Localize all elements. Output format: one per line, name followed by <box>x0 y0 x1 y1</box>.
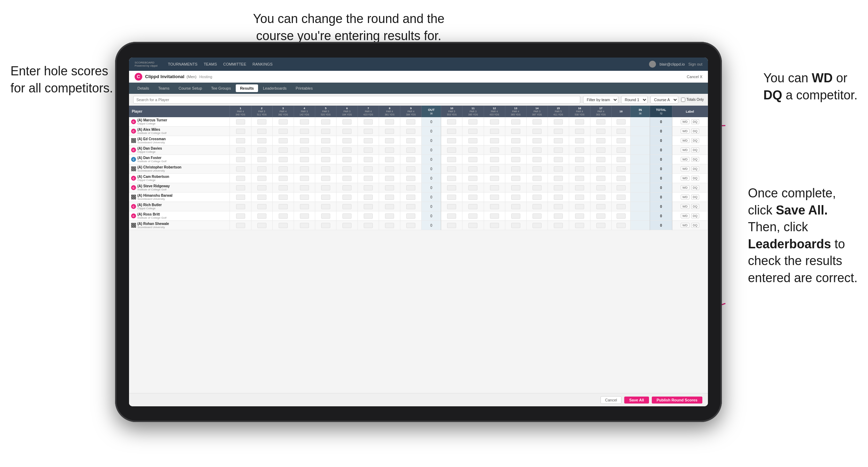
hole-input-2[interactable] <box>257 119 266 125</box>
hole-input-13[interactable] <box>511 148 520 153</box>
hole-input-1[interactable] <box>236 195 245 200</box>
hole-input-6[interactable] <box>342 148 352 153</box>
hole-input-15[interactable] <box>554 157 563 162</box>
filter-team-select[interactable]: Filter by team <box>583 96 618 104</box>
hole-input-11[interactable] <box>468 119 477 125</box>
totals-only-checkbox[interactable] <box>681 98 685 102</box>
nav-committee[interactable]: COMMITTEE <box>223 62 246 66</box>
hole-input-9[interactable] <box>406 223 415 228</box>
hole-input-13[interactable] <box>511 185 520 190</box>
hole-input-4[interactable] <box>300 195 309 200</box>
wd-button[interactable]: WD <box>681 223 689 228</box>
hole-input-9[interactable] <box>406 166 415 172</box>
hole-input-6[interactable] <box>342 138 352 143</box>
hole-input-3[interactable] <box>279 148 288 153</box>
hole-input-13[interactable] <box>511 138 520 143</box>
hole-input-11[interactable] <box>468 223 477 228</box>
hole-input-11[interactable] <box>468 176 477 181</box>
hole-input-15[interactable] <box>554 166 563 172</box>
dq-button[interactable]: DQ <box>691 204 700 209</box>
hole-input-18[interactable] <box>617 204 626 209</box>
hole-input-4[interactable] <box>300 148 309 153</box>
hole-input-14[interactable] <box>533 148 542 153</box>
hole-input-10[interactable] <box>447 204 456 209</box>
hole-input-1[interactable] <box>236 185 245 190</box>
hole-input-18[interactable] <box>617 138 626 143</box>
hole-input-1[interactable] <box>236 213 245 219</box>
wd-button[interactable]: WD <box>681 213 689 218</box>
hole-input-16[interactable] <box>575 204 584 209</box>
hole-input-12[interactable] <box>490 185 499 190</box>
hole-input-9[interactable] <box>406 185 415 190</box>
dq-button[interactable]: DQ <box>691 119 700 124</box>
hole-input-2[interactable] <box>257 185 266 190</box>
dq-button[interactable]: DQ <box>691 213 700 218</box>
dq-button[interactable]: DQ <box>691 195 700 199</box>
hole-input-16[interactable] <box>575 166 584 172</box>
hole-input-13[interactable] <box>511 195 520 200</box>
hole-input-18[interactable] <box>617 185 626 190</box>
hole-input-12[interactable] <box>490 195 499 200</box>
hole-input-13[interactable] <box>511 129 520 134</box>
sign-out-link[interactable]: Sign out <box>688 62 702 66</box>
hole-input-9[interactable] <box>406 138 415 143</box>
hole-input-6[interactable] <box>342 204 352 209</box>
nav-teams[interactable]: TEAMS <box>204 62 217 66</box>
hole-input-17[interactable] <box>596 176 605 181</box>
hole-input-18[interactable] <box>617 195 626 200</box>
hole-input-10[interactable] <box>447 157 456 162</box>
hole-input-17[interactable] <box>596 166 605 172</box>
dq-button[interactable]: DQ <box>691 166 700 171</box>
hole-input-11[interactable] <box>468 185 477 190</box>
hole-input-11[interactable] <box>468 166 477 172</box>
tab-course-setup[interactable]: Course Setup <box>174 84 206 92</box>
tab-printables[interactable]: Printables <box>292 84 317 92</box>
hole-input-6[interactable] <box>342 157 352 162</box>
hole-input-8[interactable] <box>385 185 394 190</box>
hole-input-2[interactable] <box>257 213 266 219</box>
hole-input-17[interactable] <box>596 185 605 190</box>
hole-input-14[interactable] <box>533 185 542 190</box>
hole-input-15[interactable] <box>554 185 563 190</box>
hole-input-1[interactable] <box>236 157 245 162</box>
hole-input-16[interactable] <box>575 148 584 153</box>
hole-input-16[interactable] <box>575 195 584 200</box>
hole-input-1[interactable] <box>236 166 245 172</box>
hole-input-6[interactable] <box>342 213 352 219</box>
hole-input-4[interactable] <box>300 129 309 134</box>
hole-input-3[interactable] <box>279 223 288 228</box>
hole-input-12[interactable] <box>490 213 499 219</box>
hole-input-3[interactable] <box>279 185 288 190</box>
hole-input-7[interactable] <box>364 119 373 125</box>
hole-input-5[interactable] <box>321 119 330 125</box>
hole-input-17[interactable] <box>596 148 605 153</box>
hole-input-1[interactable] <box>236 223 245 228</box>
hole-input-1[interactable] <box>236 148 245 153</box>
hole-input-13[interactable] <box>511 119 520 125</box>
hole-input-2[interactable] <box>257 195 266 200</box>
hole-input-4[interactable] <box>300 138 309 143</box>
hole-input-17[interactable] <box>596 119 605 125</box>
hole-input-7[interactable] <box>364 204 373 209</box>
hole-input-10[interactable] <box>447 213 456 219</box>
hole-input-7[interactable] <box>364 129 373 134</box>
wd-button[interactable]: WD <box>681 138 689 143</box>
hole-input-10[interactable] <box>447 119 456 125</box>
hole-input-10[interactable] <box>447 166 456 172</box>
hole-input-15[interactable] <box>554 176 563 181</box>
nav-tournaments[interactable]: TOURNAMENTS <box>168 62 197 66</box>
dq-button[interactable]: DQ <box>691 223 700 228</box>
hole-input-12[interactable] <box>490 148 499 153</box>
hole-input-4[interactable] <box>300 204 309 209</box>
hole-input-8[interactable] <box>385 138 394 143</box>
dq-button[interactable]: DQ <box>691 148 700 152</box>
hole-input-12[interactable] <box>490 138 499 143</box>
hole-input-16[interactable] <box>575 119 584 125</box>
hole-input-5[interactable] <box>321 157 330 162</box>
hole-input-8[interactable] <box>385 119 394 125</box>
hole-input-1[interactable] <box>236 129 245 134</box>
hole-input-7[interactable] <box>364 213 373 219</box>
hole-input-10[interactable] <box>447 185 456 190</box>
dq-button[interactable]: DQ <box>691 138 700 143</box>
hole-input-3[interactable] <box>279 138 288 143</box>
